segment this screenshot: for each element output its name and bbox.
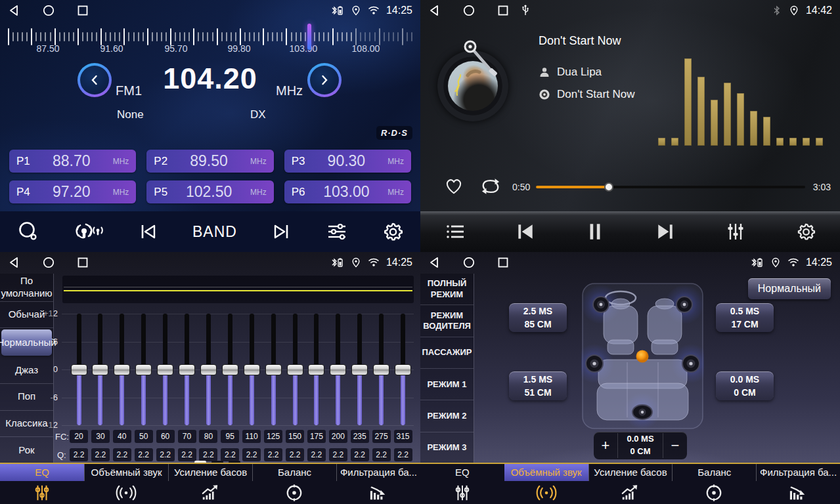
q-value-chip[interactable]: 2.2 <box>156 448 175 461</box>
list-item[interactable]: Обычай <box>0 302 53 329</box>
rds-broadcast-button[interactable] <box>74 220 104 243</box>
band-button[interactable]: BAND <box>192 223 237 241</box>
list-item[interactable]: РЕЖИМ 2 <box>420 400 474 432</box>
playlist-button[interactable] <box>445 222 466 241</box>
q-value-chip[interactable]: 2.2 <box>242 448 261 461</box>
settings-button[interactable] <box>382 221 403 242</box>
fc-value-chip[interactable]: 235 <box>351 430 369 443</box>
seek-previous-button[interactable] <box>139 222 158 242</box>
tab-eq-sliders[interactable]: EQ <box>420 464 504 504</box>
preset-button[interactable]: P6103.00MHz <box>284 180 411 203</box>
tab-bass-boost[interactable]: Усиление басов <box>588 464 673 504</box>
scan-button[interactable] <box>17 220 39 243</box>
q-value-chip[interactable]: 2.2 <box>351 448 369 461</box>
fc-value-chip[interactable]: 50 <box>135 430 153 443</box>
fc-value-chip[interactable]: 95 <box>221 430 239 443</box>
list-item[interactable]: По умолчанию <box>0 274 53 302</box>
fc-value-chip[interactable]: 80 <box>199 430 217 443</box>
tab-filter[interactable]: Фильтрация ба... <box>756 464 840 504</box>
eq-slider-handle[interactable] <box>200 364 217 375</box>
list-item[interactable]: Нормальный <box>1 329 52 356</box>
q-value-chip[interactable]: 2.2 <box>199 448 217 461</box>
fc-value-chip[interactable]: 315 <box>394 430 412 443</box>
next-track-button[interactable] <box>655 221 676 242</box>
eq-slider-handle[interactable] <box>373 364 389 375</box>
rear-right-delay-button[interactable]: 0.0 MS 0 CM <box>716 371 774 400</box>
recents-button-icon[interactable] <box>497 4 510 17</box>
home-button-icon[interactable] <box>462 4 475 17</box>
seek-next-button[interactable] <box>271 222 291 242</box>
list-item[interactable]: Классика <box>0 411 53 438</box>
repeat-button[interactable] <box>479 177 502 196</box>
tab-eq-sliders[interactable]: EQ <box>0 464 84 504</box>
eq-slider-handle[interactable] <box>92 364 108 375</box>
preset-button[interactable]: P5102.50MHz <box>146 180 273 203</box>
recents-button-icon[interactable] <box>76 4 89 17</box>
list-item[interactable]: РЕЖИМ 1 <box>420 369 474 400</box>
q-value-chip[interactable]: 2.2 <box>70 448 88 461</box>
listening-position-marker[interactable] <box>636 350 649 363</box>
list-item[interactable]: РЕЖИМ 3 <box>420 432 474 464</box>
eq-slider-handle[interactable] <box>265 364 282 375</box>
list-item[interactable]: Джаз <box>0 357 53 384</box>
eq-slider-handle[interactable] <box>351 364 368 375</box>
tab-balance[interactable]: Баланс <box>252 464 336 504</box>
previous-track-button[interactable] <box>515 221 536 242</box>
preset-button[interactable]: P289.50MHz <box>146 150 273 173</box>
mixer-button[interactable] <box>724 222 747 242</box>
favorite-button[interactable] <box>444 177 464 196</box>
recents-button-icon[interactable] <box>497 256 510 269</box>
front-left-delay-button[interactable]: 2.5 MS 85 CM <box>509 303 567 332</box>
list-item[interactable]: ПОЛНЫЙ РЕЖИМ <box>420 274 474 305</box>
eq-slider-handle[interactable] <box>114 364 130 375</box>
fc-value-chip[interactable]: 150 <box>286 430 304 443</box>
preset-button[interactable]: P497.20MHz <box>9 180 136 203</box>
list-item[interactable]: Поп <box>0 384 53 411</box>
decrease-delay-button[interactable]: − <box>663 437 687 454</box>
eq-slider-handle[interactable] <box>179 364 195 375</box>
fc-value-chip[interactable]: 30 <box>91 430 110 443</box>
back-button-icon[interactable] <box>428 4 441 17</box>
eq-slider-handle[interactable] <box>157 364 173 375</box>
home-button-icon[interactable] <box>42 256 55 269</box>
pause-button[interactable] <box>585 221 606 242</box>
q-value-chip[interactable]: 2.2 <box>91 448 110 461</box>
eq-slider-handle[interactable] <box>135 364 152 375</box>
eq-slider-handle[interactable] <box>222 364 238 375</box>
tab-bass-boost[interactable]: Усиление басов <box>168 464 252 504</box>
q-value-chip[interactable]: 2.2 <box>372 448 391 461</box>
eq-slider-handle[interactable] <box>330 364 346 375</box>
tune-down-button[interactable] <box>77 63 112 97</box>
q-value-chip[interactable]: 2.2 <box>178 448 196 461</box>
increase-delay-button[interactable]: + <box>594 437 617 454</box>
settings-button[interactable] <box>796 222 816 242</box>
home-button-icon[interactable] <box>42 4 55 17</box>
fc-value-chip[interactable]: 70 <box>178 430 196 443</box>
q-value-chip[interactable]: 2.2 <box>394 448 412 461</box>
q-value-chip[interactable]: 2.2 <box>286 448 304 461</box>
eq-slider-handle[interactable] <box>71 364 87 375</box>
back-button-icon[interactable] <box>8 4 21 17</box>
fc-value-chip[interactable]: 275 <box>372 430 391 443</box>
q-value-chip[interactable]: 2.2 <box>221 448 239 461</box>
tune-up-button[interactable] <box>307 63 342 97</box>
q-value-chip[interactable]: 2.2 <box>329 448 347 461</box>
list-item[interactable]: Рок <box>0 437 53 464</box>
equalizer-button[interactable] <box>326 222 348 242</box>
tab-filter[interactable]: Фильтрация ба... <box>336 464 420 504</box>
rear-left-delay-button[interactable]: 1.5 MS 51 CM <box>509 371 567 400</box>
list-item[interactable]: ПАССАЖИР <box>420 337 474 369</box>
fc-value-chip[interactable]: 20 <box>70 430 88 443</box>
back-button-icon[interactable] <box>8 256 21 269</box>
eq-slider-handle[interactable] <box>287 364 303 375</box>
fc-value-chip[interactable]: 175 <box>307 430 326 443</box>
seek-bar-thumb[interactable] <box>604 182 613 192</box>
eq-slider-handle[interactable] <box>308 364 324 375</box>
preset-button[interactable]: P390.30MHz <box>284 150 411 173</box>
fc-value-chip[interactable]: 125 <box>264 430 282 443</box>
sound-profile-button[interactable]: Нормальный <box>748 278 831 299</box>
recents-button-icon[interactable] <box>76 256 89 269</box>
q-value-chip[interactable]: 2.2 <box>264 448 282 461</box>
q-value-chip[interactable]: 2.2 <box>135 448 153 461</box>
fc-value-chip[interactable]: 200 <box>329 430 347 443</box>
